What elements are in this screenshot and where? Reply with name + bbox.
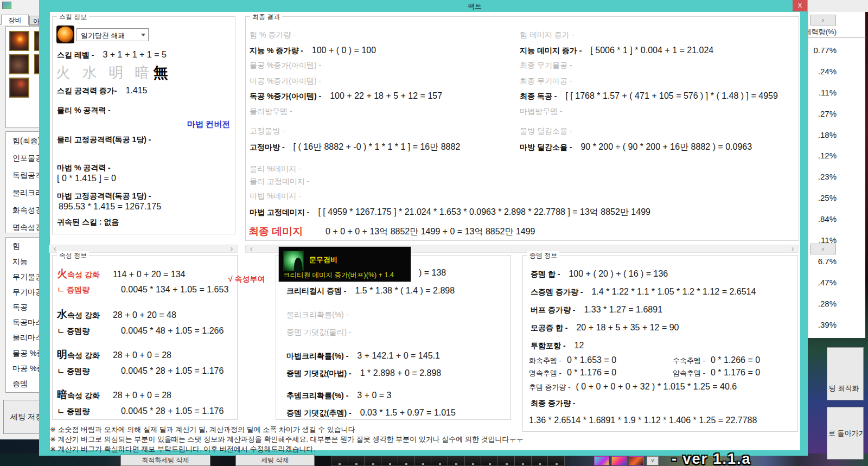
game-hotbar [331,456,565,466]
skill-elements-row: 火 水 明 暗無 [56,63,172,82]
hotbar-slot[interactable] [431,456,448,465]
result-row: 마법방무뎀 - [520,106,571,117]
hp-percent-value: .39% [818,320,837,329]
result-row: 물리방무뎀 - [250,106,301,117]
expand-panel-button-mid[interactable]: › [810,244,836,254]
active-element: 無 [154,65,172,81]
hotbar-slot[interactable] [515,456,532,465]
final-damage-value: 0 + 0 + 0 + 13억 8852만 1499 + 0 = 13억 885… [326,226,535,238]
dmg-elem-row: 수속추뎀 -0 * 1.266 = 0 [673,355,760,366]
result-row: 최종 독공 -[ [ 1768 * 1.57 + ( 471 + 105 = 5… [520,91,778,101]
result-row: 고정마방 -[ ( 16만 8882 + -0 ) * 1 * 1 * 1 ] … [250,142,460,153]
crit-row: 마법크리확률(%) -3 + 142.1 + 0 = 145.1 [286,351,440,361]
result-row: 힘 데미지 증가 - [520,30,583,40]
equipment-item-icon[interactable] [9,78,29,98]
hp-percent-value: .12% [818,151,837,160]
hotbar-slot[interactable] [498,456,515,465]
stat-label: 독공 [12,303,28,312]
dmg-row: 모공증 합 -20 + 18 + 5 + 35 + 12 = 90 [531,323,679,333]
go-back-button[interactable]: 로 돌아가기 [827,407,864,459]
equipment-item-icon[interactable] [9,31,29,51]
skill-icon [56,25,74,43]
crit-partial-value: ) = 138 [419,268,446,278]
result-row: 독공 %증가(아이템) -100 + 22 + 18 + 5 + 12 = 15… [250,91,442,101]
tab-equipment[interactable]: 장비 [1,15,29,25]
result-row: 물리 %데미지 - [250,164,310,174]
hp-percent-value: .28% [818,299,837,308]
result-row: 고정물방 - [250,126,293,136]
hp-percent-value: .27% [818,109,837,118]
magic-conversion-link[interactable]: 마법 컨버전 [187,119,230,130]
dmg-elem-row: 명속추뎀 -0 * 1.176 = 0 [529,368,616,378]
bound-skill-row: 귀속된 스킬 : 없음 [57,217,127,227]
disclaimer-note: ※ 계산기 버그로 의심되는 부분이 있을때는 스탯 정보와 계산과정을 확인해… [50,435,524,444]
hotbar-slot[interactable] [532,456,548,465]
game-skill-icon[interactable] [629,456,644,465]
attr-sub-light: ㄴ 증뎀량0.0045 * 28 + 1.05 = 1.176 [57,366,224,376]
stat-label: 힘 [12,241,20,251]
optimize-settings-button[interactable]: 팅 최적화 [827,347,864,400]
hp-percent-value: .25% [818,193,837,202]
hotbar-dropdown-button[interactable]: ˅ [647,456,659,465]
crit-row: 증뎀 기댓값(물리) - [286,327,360,337]
phys-fixed-row: 물리 고정공격력(독공 1당) - [57,135,159,145]
scroll-left-icon[interactable]: ‹ [247,245,256,252]
expand-panel-button-top[interactable]: › [810,15,836,25]
game-skill-icon[interactable] [594,456,609,465]
hp-percent-value: 0.77% [813,46,837,55]
hp-percent-value: 6.7% [818,257,837,266]
skill-select-dropdown[interactable]: 일기당천 쇄패 [76,28,149,41]
scroll-right-icon[interactable]: › [788,245,797,252]
result-row: 지능 % 증가량 -100 + ( 0 ) = 100 [250,46,376,56]
hotbar-slot[interactable] [381,456,398,465]
hotbar-slot[interactable] [415,456,432,465]
equipment-item-icon[interactable] [9,54,29,74]
screen: 장비 아바 힘(최종) 인포물공 독립공격 물리크리티 화속성강화 명속성강화 … [0,0,868,466]
element-grant-check[interactable]: √ 속성부여 [228,275,265,284]
attr-row-water: 水속성 강화28 + 0 + 20 = 48 [57,308,176,322]
buff-icon [283,251,304,271]
attribute-info-legend: 속성 정보 [57,251,89,260]
crit-row: 추뎀크리확률(%) -3 + 0 = 3 [286,391,392,401]
final-result-legend: 최종 결과 [250,12,282,22]
dmg-row: 스증뎀 증가량 -1.4 * 1.22 * 1.1 * 1.05 * 1.2 *… [531,287,756,297]
result-row: 물공 %증가(아이템) - [250,60,330,71]
dmg-row: 증뎀 합 -100 + ( 20 ) + ( 16 ) = 136 [531,269,668,279]
game-skill-icon[interactable] [611,456,627,465]
attr-row-fire: 火속성 강화114 + 0 + 20 = 134 [57,267,186,281]
hotbar-slot[interactable] [398,456,415,465]
hotbar-slot[interactable] [448,456,465,465]
attr-sub-water: ㄴ 증뎀량0.0045 * 48 + 1.05 = 1.266 [57,326,224,336]
close-button[interactable]: X [793,0,807,11]
hp-percent-value: .23% [818,172,837,181]
behind-window-titlebar: X [808,0,868,12]
magic-fixed-value: 895.53 * 1.415 = 1267.175 [59,202,161,212]
stat-label: 독립공격 [12,171,43,181]
result-row: 최종 무기마공 - [520,76,580,86]
hp-percent-value: .84% [818,214,837,224]
stat-label: 증뎀 [12,379,28,389]
crit-row: 증뎀 기댓값(추뎀) -0.03 * 1.5 + 0.97 = 1.015 [286,408,456,418]
hotbar-slot[interactable] [331,456,348,465]
hotbar-slot[interactable] [548,456,565,465]
stat-label: 지능 [12,257,28,267]
hp-percent-value: .18% [818,130,837,139]
delete-optimized-settings-button[interactable]: 최적화세팅 삭제 [120,455,210,466]
dmg-row: 투함포항 -12 [531,341,584,351]
delete-settings-button[interactable]: 세팅 삭제 [235,455,315,466]
chevron-down-icon [141,34,145,36]
magic-pct-value: [ 0 * 1.415 ] = 0 [57,174,116,183]
inactive-elements: 火 水 明 暗 [56,65,154,81]
dmg-extra-row: 추뎀 증가량 -( 0 + 0 + 0 + 0 + 32 ) * 1.015 *… [529,382,737,392]
hotbar-slot[interactable] [465,456,482,465]
hotbar-slot[interactable] [348,456,365,465]
version-text: - ver 1.1.a [672,451,751,466]
result-row: 마공 %증가(아이템) - [250,76,330,86]
hotbar-slot[interactable] [365,456,381,465]
result-row: 물방 딜감소율 - [520,126,580,136]
attr-sub-fire: ㄴ 증뎀량0.0045 * 134 + 1.05 = 1.653 [57,285,228,295]
scroll-right-icon[interactable]: › [227,245,236,252]
dmg-final-label: 최종 증가량 - [531,398,584,408]
buff-tooltip: 문무겸비 크리티컬 데미지 증가(버프)(%) + 1.4 [278,246,411,282]
hotbar-slot[interactable] [481,456,498,465]
